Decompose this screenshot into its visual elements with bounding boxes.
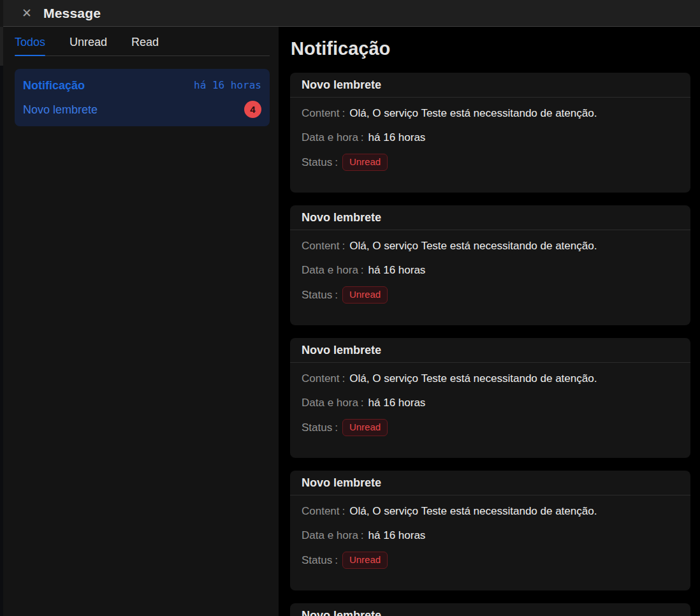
list-item-top-row: Notificação há 16 horas xyxy=(23,77,261,94)
list-item-bottom-row: Novo lembrete 4 xyxy=(23,101,261,118)
separator: : xyxy=(335,287,338,304)
content-label: Content xyxy=(302,107,340,119)
detail-pane-title: Notificação xyxy=(291,34,690,62)
list-item-title: Notificação xyxy=(23,77,85,94)
notification-card-body: Content:Olá, O serviço Teste está necess… xyxy=(290,105,690,193)
status-label: Status xyxy=(302,287,332,304)
notification-detail-pane: Notificação Novo lembrete Content:Olá, O… xyxy=(279,27,700,616)
datetime-label: Data e hora xyxy=(302,131,358,143)
datetime-row: Data e hora:há 16 horas xyxy=(302,395,679,411)
datetime-label: Data e hora xyxy=(302,529,358,541)
status-row: Status:Unread xyxy=(302,552,679,569)
separator: : xyxy=(361,529,364,541)
content-value: Olá, O serviço Teste está necessitando d… xyxy=(349,505,597,517)
content-value: Olá, O serviço Teste está necessitando d… xyxy=(349,107,597,119)
datetime-row: Data e hora:há 16 horas xyxy=(302,129,679,146)
content-label: Content xyxy=(302,240,340,252)
notification-card-title: Novo lembrete xyxy=(290,338,690,363)
content-value: Olá, O serviço Teste está necessitando d… xyxy=(349,372,597,385)
datetime-label: Data e hora xyxy=(302,397,358,409)
separator: : xyxy=(361,397,364,409)
separator: : xyxy=(361,131,364,143)
content-row: Content:Olá, O serviço Teste está necess… xyxy=(302,503,679,520)
list-item-preview: Novo lembrete xyxy=(23,101,98,118)
close-icon[interactable]: ✕ xyxy=(20,7,33,20)
status-unread-tag: Unread xyxy=(342,286,388,304)
separator: : xyxy=(361,264,364,276)
separator: : xyxy=(335,154,338,171)
datetime-label: Data e hora xyxy=(302,264,358,276)
datetime-value: há 16 horas xyxy=(368,131,426,143)
separator: : xyxy=(335,552,338,569)
notification-card-title: Novo lembrete xyxy=(290,603,690,616)
list-item-notificacao[interactable]: Notificação há 16 horas Novo lembrete 4 xyxy=(15,69,270,126)
content-row: Content:Olá, O serviço Teste está necess… xyxy=(302,370,679,387)
status-unread-tag: Unread xyxy=(342,552,388,569)
datetime-value: há 16 horas xyxy=(368,529,426,541)
notification-card-title: Novo lembrete xyxy=(290,73,690,98)
status-unread-tag: Unread xyxy=(342,419,388,436)
notification-card: Novo lembrete Content:Olá, O serviço Tes… xyxy=(290,205,690,325)
message-list-pane: Todos Unread Read Notificação há 16 hora… xyxy=(3,27,279,616)
status-label: Status xyxy=(302,552,332,569)
separator: : xyxy=(342,240,346,252)
content-label: Content xyxy=(302,505,340,517)
datetime-row: Data e hora:há 16 horas xyxy=(302,527,679,544)
notification-cards: Novo lembrete Content:Olá, O serviço Tes… xyxy=(290,73,690,616)
status-unread-tag: Unread xyxy=(342,154,388,171)
tab-todos[interactable]: Todos xyxy=(15,33,45,55)
content-row: Content:Olá, O serviço Teste está necess… xyxy=(302,238,679,254)
notification-card: Novo lembrete Content:Olá, O serviço Tes… xyxy=(290,471,690,590)
content-value: Olá, O serviço Teste está necessitando d… xyxy=(349,240,597,252)
separator: : xyxy=(342,505,346,517)
notification-card-body: Content:Olá, O serviço Teste está necess… xyxy=(290,503,690,590)
datetime-value: há 16 horas xyxy=(368,397,426,409)
status-row: Status:Unread xyxy=(302,286,679,304)
separator: : xyxy=(342,107,346,119)
status-row: Status:Unread xyxy=(302,154,679,171)
notification-card-title: Novo lembrete xyxy=(290,471,690,495)
drawer-body: Todos Unread Read Notificação há 16 hora… xyxy=(3,27,700,616)
separator: : xyxy=(342,372,346,385)
tab-read[interactable]: Read xyxy=(131,33,159,55)
status-label: Status xyxy=(302,420,332,436)
drawer-title: Message xyxy=(43,6,101,21)
content-row: Content:Olá, O serviço Teste está necess… xyxy=(302,105,679,122)
notification-card: Novo lembrete Content:Olá, O serviço Tes… xyxy=(290,338,690,458)
unread-count-badge: 4 xyxy=(244,101,261,118)
list-item-timestamp: há 16 horas xyxy=(194,77,261,94)
datetime-value: há 16 horas xyxy=(368,264,426,276)
message-drawer: ✕ Message Todos Unread Read Notificação … xyxy=(3,0,700,616)
notification-card: Novo lembrete Content:Olá, O serviço Tes… xyxy=(290,73,690,193)
notification-card-body: Content:Olá, O serviço Teste está necess… xyxy=(290,238,690,325)
status-label: Status xyxy=(302,154,332,171)
notification-card: Novo lembrete Content:Olá, O serviço Tes… xyxy=(290,603,690,616)
status-row: Status:Unread xyxy=(302,419,679,436)
drawer-header: ✕ Message xyxy=(3,0,700,27)
notification-card-title: Novo lembrete xyxy=(290,205,690,230)
tabs-bar: Todos Unread Read xyxy=(15,27,270,56)
datetime-row: Data e hora:há 16 horas xyxy=(302,262,679,279)
notification-card-body: Content:Olá, O serviço Teste está necess… xyxy=(290,370,690,458)
tab-unread[interactable]: Unread xyxy=(69,33,107,55)
separator: : xyxy=(335,420,338,436)
content-label: Content xyxy=(302,372,340,385)
